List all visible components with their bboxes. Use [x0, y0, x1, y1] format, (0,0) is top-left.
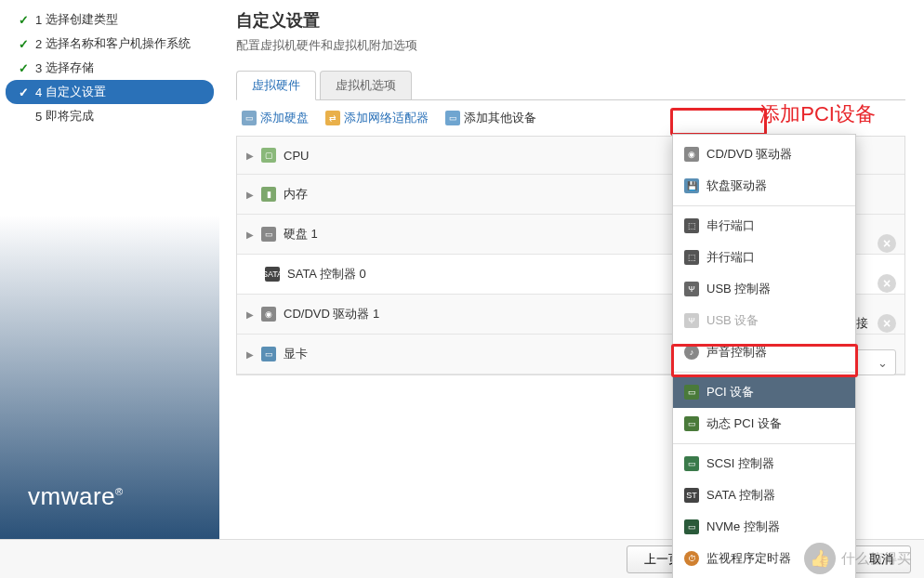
page-title: 自定义设置: [236, 9, 905, 32]
disk-icon: ▭: [242, 111, 257, 125]
dd-pci-dynamic[interactable]: ▭动态 PCI 设备: [673, 408, 855, 440]
step-2[interactable]: ✓2选择名称和客户机操作系统: [0, 32, 219, 56]
nvme-icon: ▭: [684, 519, 699, 534]
chevron-down-icon: ⌄: [878, 356, 888, 370]
separator: [673, 205, 855, 206]
step-3[interactable]: ✓3选择存储: [0, 56, 219, 80]
separator: [673, 443, 855, 444]
add-other-device-button[interactable]: ▭添加其他设备: [445, 110, 536, 126]
add-device-dropdown: ◉CD/DVD 驱动器 💾软盘驱动器 ⬚串行端口 ⬚并行端口 ΨUSB 控制器 …: [672, 134, 856, 578]
arrow-icon: ✓: [19, 85, 30, 99]
add-disk-button[interactable]: ▭添加硬盘: [242, 110, 309, 126]
main-panel: 自定义设置 配置虚拟机硬件和虚拟机附加选项 虚拟硬件 虚拟机选项 ▭添加硬盘 ⇄…: [219, 0, 924, 539]
dd-cddvd[interactable]: ◉CD/DVD 驱动器: [673, 138, 855, 170]
page-subtitle: 配置虚拟机硬件和虚拟机附加选项: [236, 37, 905, 54]
check-icon: ✓: [19, 37, 30, 51]
tab-vm-options[interactable]: 虚拟机选项: [320, 71, 412, 99]
pci-icon: ▭: [684, 385, 699, 400]
network-icon: ⇄: [325, 111, 340, 125]
cd-drive-icon: ◉: [684, 147, 699, 162]
floppy-icon: 💾: [684, 178, 699, 193]
expand-icon: ▶: [246, 349, 254, 360]
dd-sound[interactable]: ♪声音控制器: [673, 336, 855, 368]
watermark: 👍 什么值得买: [804, 543, 911, 574]
device-icon: ▭: [445, 111, 460, 125]
dd-nvme[interactable]: ▭NVMe 控制器: [673, 511, 855, 543]
serial-icon: ⬚: [684, 218, 699, 233]
check-icon: ✓: [19, 61, 30, 75]
remove-disk-button[interactable]: ×: [878, 234, 896, 253]
wizard-sidebar: ✓1选择创建类型 ✓2选择名称和客户机操作系统 ✓3选择存储 ✓4自定义设置 5…: [0, 0, 219, 539]
scsi-icon: ▭: [684, 456, 699, 471]
hardware-toolbar: ▭添加硬盘 ⇄添加网络适配器 ▭添加其他设备: [236, 100, 905, 136]
expand-icon: ▶: [246, 230, 254, 240]
parallel-icon: ⬚: [684, 250, 699, 265]
sata-ctrl-icon: ST: [684, 488, 699, 503]
dd-floppy[interactable]: 💾软盘驱动器: [673, 170, 855, 202]
thumb-icon: 👍: [804, 543, 836, 574]
gpu-icon: ▭: [261, 347, 276, 361]
dd-scsi[interactable]: ▭SCSI 控制器: [673, 448, 855, 479]
dd-sata-ctrl[interactable]: STSATA 控制器: [673, 479, 855, 511]
add-network-button[interactable]: ⇄添加网络适配器: [325, 110, 429, 126]
cd-icon: ◉: [261, 307, 276, 322]
tabs: 虚拟硬件 虚拟机选项: [236, 71, 905, 100]
watchdog-icon: ⏱: [684, 551, 699, 566]
expand-icon: ▶: [246, 309, 254, 320]
vmware-logo: vmware®: [28, 482, 124, 511]
remove-sata-button[interactable]: ×: [878, 274, 896, 293]
dd-serial[interactable]: ⬚串行端口: [673, 210, 855, 242]
step-1[interactable]: ✓1选择创建类型: [0, 7, 219, 32]
step-5: 5即将完成: [0, 104, 219, 128]
check-icon: ✓: [19, 13, 30, 27]
pci-dyn-icon: ▭: [684, 416, 699, 431]
expand-icon: ▶: [246, 190, 254, 200]
remove-cddvd-button[interactable]: ×: [878, 314, 896, 333]
dd-clock[interactable]: 🕐精度时钟: [673, 574, 855, 578]
sata-icon: SATA: [265, 267, 280, 282]
usb-icon: Ψ: [684, 282, 699, 296]
dd-pci[interactable]: ▭PCI 设备: [673, 376, 855, 408]
close-icon: ×: [878, 274, 896, 293]
expand-icon: ▶: [246, 151, 254, 161]
step-4-active[interactable]: ✓4自定义设置: [6, 80, 214, 104]
tab-virtual-hardware[interactable]: 虚拟硬件: [236, 71, 316, 100]
usb-device-icon: Ψ: [684, 313, 699, 328]
separator: [673, 372, 855, 373]
dd-parallel[interactable]: ⬚并行端口: [673, 242, 855, 273]
cpu-icon: ▢: [261, 148, 276, 163]
memory-icon: ▮: [261, 187, 276, 202]
dd-usb-device: ΨUSB 设备: [673, 305, 855, 336]
dd-usb-ctrl[interactable]: ΨUSB 控制器: [673, 273, 855, 305]
sound-icon: ♪: [684, 345, 699, 360]
harddisk-icon: ▭: [261, 227, 276, 242]
wizard-steps: ✓1选择创建类型 ✓2选择名称和客户机操作系统 ✓3选择存储 ✓4自定义设置 5…: [0, 7, 219, 128]
close-icon: ×: [878, 234, 896, 253]
